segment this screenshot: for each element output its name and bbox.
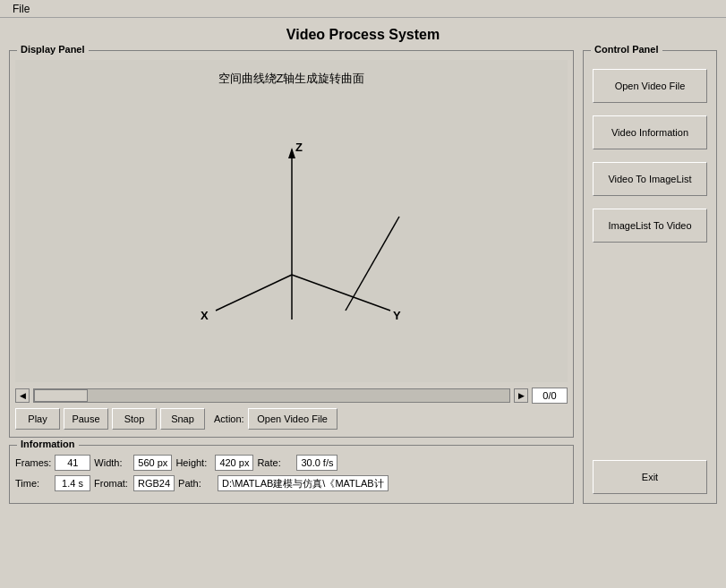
svg-marker-1 bbox=[288, 148, 295, 158]
open-video-file-button[interactable]: Open Video File bbox=[593, 69, 707, 103]
video-information-button[interactable]: Video Information bbox=[593, 115, 707, 149]
width-label: Width: bbox=[94, 457, 130, 468]
path-value: D:\MATLAB建模与仿真\《MATLAB计 bbox=[218, 475, 389, 491]
info-row-1: Frames: 41 Width: 560 px Height: 420 px … bbox=[15, 455, 568, 471]
pause-button[interactable]: Pause bbox=[64, 408, 108, 430]
right-panel: Control Panel Open Video File Video Info… bbox=[583, 50, 717, 504]
svg-line-3 bbox=[292, 275, 390, 311]
menubar: File bbox=[0, 0, 726, 18]
path-label: Path: bbox=[178, 478, 214, 489]
action-open-video-button[interactable]: Open Video File bbox=[248, 408, 337, 430]
scrollbar-row: ◀ ▶ 0/0 bbox=[15, 388, 568, 404]
svg-line-4 bbox=[346, 217, 399, 311]
display-panel: Display Panel 空间曲线绕Z轴生成旋转曲面 bbox=[9, 50, 574, 438]
stop-button[interactable]: Stop bbox=[112, 408, 157, 430]
display-area: 空间曲线绕Z轴生成旋转曲面 Z bbox=[15, 60, 568, 382]
snap-button[interactable]: Snap bbox=[160, 408, 205, 430]
video-to-imagelist-button[interactable]: Video To ImageList bbox=[593, 162, 707, 196]
left-panel: Display Panel 空间曲线绕Z轴生成旋转曲面 bbox=[9, 50, 574, 504]
scrollbar-track[interactable] bbox=[33, 388, 510, 403]
imagelist-to-video-button[interactable]: ImageList To Video bbox=[593, 209, 707, 243]
rate-value: 30.0 f/s bbox=[296, 455, 337, 471]
info-panel-label: Information bbox=[17, 439, 79, 449]
svg-text:Z: Z bbox=[295, 141, 303, 154]
scrollbar-thumb[interactable] bbox=[34, 389, 88, 402]
axes-container: Z X Y bbox=[175, 114, 408, 346]
app-body: Display Panel 空间曲线绕Z轴生成旋转曲面 bbox=[0, 50, 726, 513]
svg-text:X: X bbox=[201, 309, 209, 322]
time-label: Time: bbox=[15, 478, 51, 489]
controls-row: Play Pause Stop Snap Action: Open Video … bbox=[15, 408, 568, 430]
rate-label: Rate: bbox=[257, 457, 293, 468]
height-label: Height: bbox=[175, 457, 211, 468]
time-value: 1.4 s bbox=[55, 475, 90, 491]
action-label: Action: bbox=[214, 413, 244, 424]
control-panel-label: Control Panel bbox=[591, 44, 662, 55]
chart-title: 空间曲线绕Z轴生成旋转曲面 bbox=[218, 71, 365, 87]
info-panel: Information Frames: 41 Width: 560 px Hei… bbox=[9, 445, 574, 504]
frames-value: 41 bbox=[55, 455, 90, 471]
frames-label: Frames: bbox=[15, 457, 51, 468]
play-button[interactable]: Play bbox=[15, 408, 60, 430]
scroll-right-arrow[interactable]: ▶ bbox=[514, 388, 528, 403]
svg-text:Y: Y bbox=[393, 309, 401, 322]
width-value: 560 px bbox=[133, 455, 172, 471]
frame-counter: 0/0 bbox=[532, 388, 568, 404]
axes-svg: Z X Y bbox=[175, 114, 408, 346]
format-value: RGB24 bbox=[133, 475, 175, 491]
height-value: 420 px bbox=[215, 455, 253, 471]
menu-file[interactable]: File bbox=[5, 1, 37, 17]
info-row-2: Time: 1.4 s Fromat: RGB24 Path: D:\MATLA… bbox=[15, 475, 568, 491]
display-panel-label: Display Panel bbox=[17, 44, 89, 55]
control-panel-group: Control Panel Open Video File Video Info… bbox=[583, 50, 717, 504]
format-label: Fromat: bbox=[94, 478, 130, 489]
scroll-left-arrow[interactable]: ◀ bbox=[15, 388, 30, 403]
exit-button[interactable]: Exit bbox=[593, 460, 707, 494]
svg-line-2 bbox=[216, 275, 292, 311]
